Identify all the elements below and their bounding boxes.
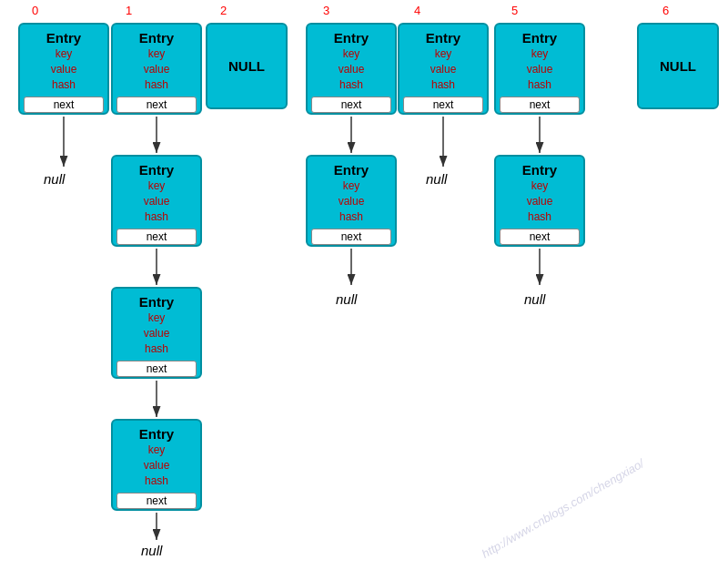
null-text-5: null (524, 291, 545, 307)
index-4: 4 (414, 4, 420, 17)
entry-key: key (311, 46, 391, 62)
diagram: 0 1 2 3 4 5 6 Entry key value hash next … (0, 0, 728, 570)
entry-hash: hash (500, 209, 580, 225)
entry-value: value (311, 194, 391, 209)
entry-key: key (116, 310, 197, 326)
index-6: 6 (662, 4, 669, 17)
entry-hash: hash (311, 77, 391, 93)
entry-value: value (311, 62, 391, 77)
entry-0: Entry key value hash next (18, 23, 109, 115)
null-text-1: null (141, 543, 162, 558)
entry-1-4: Entry key value hash next (111, 419, 202, 511)
entry-key: key (311, 178, 391, 194)
entry-hash: hash (116, 341, 197, 357)
entry-key: key (116, 46, 197, 62)
entry-1-2: Entry key value hash next (111, 155, 202, 247)
null-text-0: null (44, 171, 65, 187)
index-2: 2 (220, 4, 227, 17)
null-label: NULL (228, 58, 265, 74)
entry-value: value (116, 194, 197, 209)
entry-title: Entry (116, 294, 197, 310)
entry-key: key (403, 46, 483, 62)
entry-title: Entry (500, 30, 580, 46)
next-bar: next (500, 229, 580, 245)
entry-title: Entry (311, 30, 391, 46)
entry-title: Entry (500, 162, 580, 178)
next-bar: next (500, 97, 580, 113)
entry-title: Entry (311, 162, 391, 178)
next-bar: next (116, 493, 197, 509)
watermark: http://www.cnblogs.com/chengxiao/ (480, 456, 646, 561)
entry-key: key (500, 46, 580, 62)
next-bar: next (403, 97, 483, 113)
next-bar: next (116, 361, 197, 377)
next-bar: next (116, 97, 197, 113)
next-bar: next (24, 97, 104, 113)
entry-1: Entry key value hash next (111, 23, 202, 115)
index-1: 1 (126, 4, 132, 17)
index-5: 5 (511, 4, 518, 17)
entry-title: Entry (116, 426, 197, 443)
entry-title: Entry (24, 30, 104, 46)
next-bar: next (311, 97, 391, 113)
index-0: 0 (32, 4, 38, 17)
entry-3-2: Entry key value hash next (306, 155, 397, 247)
entry-hash: hash (500, 77, 580, 93)
entry-value: value (24, 62, 104, 77)
entry-hash: hash (24, 77, 104, 93)
entry-value: value (500, 62, 580, 77)
entry-value: value (116, 458, 197, 473)
entry-hash: hash (116, 209, 197, 225)
entry-5: Entry key value hash next (494, 23, 585, 115)
entry-key: key (116, 443, 197, 458)
entry-3: Entry key value hash next (306, 23, 397, 115)
entry-title: Entry (403, 30, 483, 46)
entry-key: key (116, 178, 197, 194)
null-text-3: null (336, 291, 357, 307)
entry-4: Entry key value hash next (398, 23, 489, 115)
entry-title: Entry (116, 30, 197, 46)
next-bar: next (116, 229, 197, 245)
entry-value: value (116, 62, 197, 77)
null-text-4: null (426, 171, 447, 187)
entry-1-3: Entry key value hash next (111, 287, 202, 379)
entry-value: value (403, 62, 483, 77)
entry-hash: hash (116, 473, 197, 489)
null-cell-2: NULL (206, 23, 288, 109)
entry-value: value (116, 326, 197, 341)
entry-hash: hash (311, 209, 391, 225)
null-label: NULL (660, 58, 696, 74)
entry-key: key (500, 178, 580, 194)
entry-title: Entry (116, 162, 197, 178)
entry-key: key (24, 46, 104, 62)
entry-hash: hash (403, 77, 483, 93)
index-3: 3 (323, 4, 329, 17)
entry-5-2: Entry key value hash next (494, 155, 585, 247)
next-bar: next (311, 229, 391, 245)
entry-value: value (500, 194, 580, 209)
entry-hash: hash (116, 77, 197, 93)
null-cell-6: NULL (637, 23, 719, 109)
